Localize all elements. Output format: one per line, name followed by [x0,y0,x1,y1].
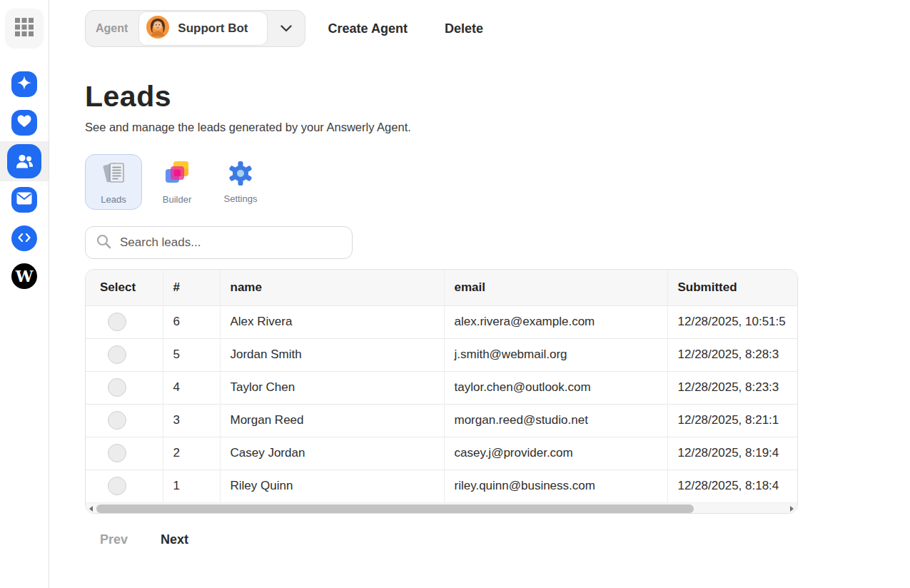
cell-email: j.smith@webmail.org [444,338,667,371]
tab-label: Builder [163,194,191,205]
sidebar-item-favorites[interactable] [11,110,37,136]
cell-select [86,470,163,502]
table-row: 2Casey Jordancasey.j@provider.com12/28/2… [86,437,797,470]
sparkle-icon [16,75,32,93]
cell-email: taylor.chen@outlook.com [444,371,667,404]
chevron-down-icon [268,25,305,32]
scrollbar-thumb[interactable] [96,505,694,513]
sidebar-item-sparkle[interactable] [11,71,37,97]
sidebar-item-embed[interactable] [11,225,37,251]
wordpress-icon: W [16,267,34,285]
table-row: 5Jordan Smithj.smith@webmail.org12/28/20… [86,338,797,371]
cell-select [86,371,163,404]
pagination: Prev Next [85,532,910,547]
cell-select [86,338,163,371]
cell-select [86,437,163,470]
cell-select [86,404,163,437]
cell-select [86,305,163,338]
column-header: # [163,270,220,305]
table-row: 6Alex Riveraalex.rivera@example.com12/28… [86,305,797,338]
table-body: 6Alex Riveraalex.rivera@example.com12/28… [86,305,797,502]
column-header: name [220,270,444,305]
tab-settings[interactable]: Settings [212,154,269,210]
cell-submitted: 12/28/2025, 8:19:4 [667,437,797,470]
search-icon [96,234,111,252]
scroll-left-arrow[interactable] [86,503,96,514]
agent-avatar [146,15,170,42]
cell-name: Taylor Chen [220,371,444,404]
apps-grid-button[interactable] [5,9,44,49]
cell-email: alex.rivera@example.com [444,305,667,338]
cell-name: Casey Jordan [220,437,444,470]
main-content: Agent Support Bot [49,0,910,588]
select-radio[interactable] [108,378,126,397]
select-radio[interactable] [108,444,126,462]
scroll-right-arrow[interactable] [787,503,797,514]
topbar: Agent Support Bot [85,10,910,47]
cell-number: 4 [163,371,220,404]
column-header: email [444,270,667,305]
cell-submitted: 12/28/2025, 8:18:4 [667,470,797,502]
apps-grid-icon [14,17,34,40]
agent-selector-dropdown[interactable]: Agent Support Bot [85,10,305,47]
cell-name: Morgan Reed [220,404,444,437]
mail-icon [16,192,32,208]
cell-email: casey.j@provider.com [444,437,667,470]
horizontal-scrollbar [86,502,797,513]
cell-number: 1 [163,470,220,502]
cell-name: Jordan Smith [220,338,444,371]
cell-email: riley.quinn@business.com [444,470,667,502]
tab-label: Settings [224,193,258,204]
select-radio[interactable] [108,345,126,364]
tab-label: Leads [101,194,126,205]
cell-submitted: 12/28/2025, 10:51:5 [667,305,797,338]
page-title: Leads [85,80,910,113]
heart-icon [17,115,31,131]
next-page-button[interactable]: Next [161,532,188,547]
leads-table-card: Select#nameemailSubmitted 6Alex Riveraal… [85,269,798,514]
agent-name: Support Bot [178,21,248,36]
select-radio[interactable] [108,477,126,495]
page-subtitle: See and manage the leads generated by yo… [85,121,910,134]
cell-submitted: 12/28/2025, 8:28:3 [667,338,797,371]
cell-number: 3 [163,404,220,437]
table-header-row: Select#nameemailSubmitted [86,270,797,305]
tab-builder[interactable]: Builder [148,154,206,210]
create-agent-button[interactable]: Create Agent [328,21,408,36]
sidebar-item-mail[interactable] [11,187,37,213]
leads-table: Select#nameemailSubmitted 6Alex Riveraal… [86,270,797,502]
cell-number: 2 [163,437,220,470]
search-box [85,226,353,259]
cell-name: Riley Quinn [220,470,444,502]
table-row: 3Morgan Reedmorgan.reed@studio.net12/28/… [86,404,797,437]
column-header: Select [86,270,163,305]
table-row: 1Riley Quinnriley.quinn@business.com12/2… [86,470,797,502]
agent-pill: Support Bot [138,11,267,46]
select-radio[interactable] [108,411,126,430]
search-input[interactable] [120,235,352,250]
delete-agent-button[interactable]: Delete [445,21,483,36]
builder-icon [163,160,191,189]
gear-icon [228,161,253,188]
select-radio[interactable] [108,313,126,331]
prev-page-button[interactable]: Prev [100,532,128,547]
sidebar-item-leads[interactable] [0,141,49,181]
code-icon [18,232,31,245]
cell-submitted: 12/28/2025, 8:21:1 [667,404,797,437]
cell-name: Alex Rivera [220,305,444,338]
section-tabs: Leads Builder [85,154,910,210]
cell-number: 6 [163,305,220,338]
agent-selector-label: Agent [86,22,138,35]
table-row: 4Taylor Chentaylor.chen@outlook.com12/28… [86,371,797,404]
people-icon [7,144,41,178]
sidebar: W [0,0,49,588]
documents-icon [99,160,128,189]
table-scroll-area: Select#nameemailSubmitted 6Alex Riveraal… [86,270,797,502]
cell-submitted: 12/28/2025, 8:23:3 [667,371,797,404]
column-header: Submitted [667,270,797,305]
app-window: W Agent [0,0,910,588]
cell-number: 5 [163,338,220,371]
tab-leads[interactable]: Leads [85,154,142,210]
cell-email: morgan.reed@studio.net [444,404,667,437]
sidebar-item-wordpress[interactable]: W [11,263,37,289]
